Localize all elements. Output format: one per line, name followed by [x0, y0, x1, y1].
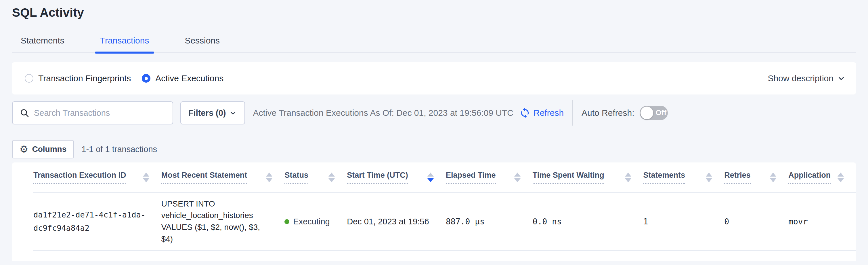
sort-arrows-icon: [625, 173, 631, 182]
sort-arrows-icon: [706, 173, 712, 182]
tab-transactions[interactable]: Transactions: [95, 36, 154, 52]
refresh-icon: [519, 107, 531, 119]
column-header-application[interactable]: Application: [788, 171, 856, 184]
elapsed-time: 887.0 µs: [446, 217, 533, 227]
view-mode-bar: Transaction Fingerprints Active Executio…: [12, 62, 856, 95]
gear-icon: ⚙: [20, 144, 28, 154]
status-dot-icon: [284, 219, 289, 224]
tab-statements[interactable]: Statements: [16, 36, 69, 52]
transactions-table: Transaction Execution ID Most Recent Sta…: [12, 162, 856, 261]
search-icon: [20, 108, 29, 118]
toolbar: Filters (0) Active Transaction Execution…: [12, 101, 856, 125]
columns-label: Columns: [32, 144, 66, 154]
column-header-transaction-execution-id[interactable]: Transaction Execution ID: [33, 171, 161, 184]
column-header-status[interactable]: Status: [284, 171, 347, 184]
retries-count: 0: [724, 217, 788, 227]
sort-arrows-icon: [514, 173, 521, 182]
column-header-statements[interactable]: Statements: [643, 171, 724, 184]
statements-count: 1: [643, 217, 724, 227]
refresh-label: Refresh: [533, 108, 564, 118]
sort-arrows-icon: [427, 173, 434, 182]
start-time: Dec 01, 2023 at 19:56: [347, 217, 446, 227]
radio-transaction-fingerprints[interactable]: Transaction Fingerprints: [25, 74, 131, 83]
columns-button[interactable]: ⚙ Columns: [12, 140, 74, 158]
tab-sessions[interactable]: Sessions: [180, 36, 224, 52]
filters-label: Filters (0): [188, 108, 226, 118]
show-description-label: Show description: [768, 74, 834, 83]
results-count: 1-1 of 1 transactions: [82, 144, 157, 154]
page-header: SQL Activity: [0, 0, 868, 20]
page-title: SQL Activity: [12, 6, 856, 20]
radio-label: Active Executions: [155, 74, 223, 83]
table-row: da1f21e2-de71-4c1f-a1da-dc9fc94a84a2 UPS…: [33, 193, 856, 250]
application-name: movr: [788, 217, 856, 227]
column-header-elapsed-time[interactable]: Elapsed Time: [446, 171, 533, 184]
auto-refresh-label: Auto Refresh:: [582, 108, 634, 118]
radio-active-executions[interactable]: Active Executions: [142, 74, 223, 83]
chevron-down-icon: [837, 74, 845, 83]
column-header-retries[interactable]: Retries: [724, 171, 788, 184]
auto-refresh-toggle[interactable]: Off: [640, 106, 668, 120]
radio-circle-icon: [142, 74, 150, 83]
radio-label: Transaction Fingerprints: [38, 74, 131, 83]
toggle-state-label: Off: [656, 108, 667, 117]
table-controls: ⚙ Columns 1-1 of 1 transactions: [12, 140, 856, 158]
sort-arrows-icon: [143, 173, 149, 182]
chevron-down-icon: [229, 109, 237, 117]
sort-arrows-icon: [838, 173, 844, 182]
time-spent-waiting: 0.0 ns: [533, 217, 643, 227]
sort-arrows-icon: [329, 173, 335, 182]
transaction-execution-id: da1f21e2-de71-4c1f-a1da-dc9fc94a84a2: [33, 208, 148, 235]
table-header-row: Transaction Execution ID Most Recent Sta…: [33, 162, 856, 193]
sort-arrows-icon: [770, 173, 776, 182]
toolbar-divider: [572, 100, 573, 126]
show-description-button[interactable]: Show description: [768, 74, 845, 83]
tab-bar: Statements Transactions Sessions: [12, 36, 856, 53]
most-recent-statement: UPSERT INTO vehicle_location_histories V…: [161, 198, 274, 245]
search-box: [12, 101, 173, 125]
as-of-text: Active Transaction Executions As Of: Dec…: [253, 108, 514, 118]
search-input[interactable]: [34, 108, 167, 118]
column-header-start-time[interactable]: Start Time (UTC): [347, 171, 446, 184]
filters-button[interactable]: Filters (0): [180, 101, 245, 125]
toggle-knob: [641, 107, 653, 119]
sort-arrows-icon: [266, 173, 272, 182]
column-header-time-spent-waiting[interactable]: Time Spent Waiting: [533, 171, 643, 184]
status-label: Executing: [293, 217, 330, 227]
column-header-most-recent-statement[interactable]: Most Recent Statement: [161, 171, 285, 184]
refresh-button[interactable]: Refresh: [519, 107, 564, 119]
radio-circle-icon: [25, 74, 33, 83]
